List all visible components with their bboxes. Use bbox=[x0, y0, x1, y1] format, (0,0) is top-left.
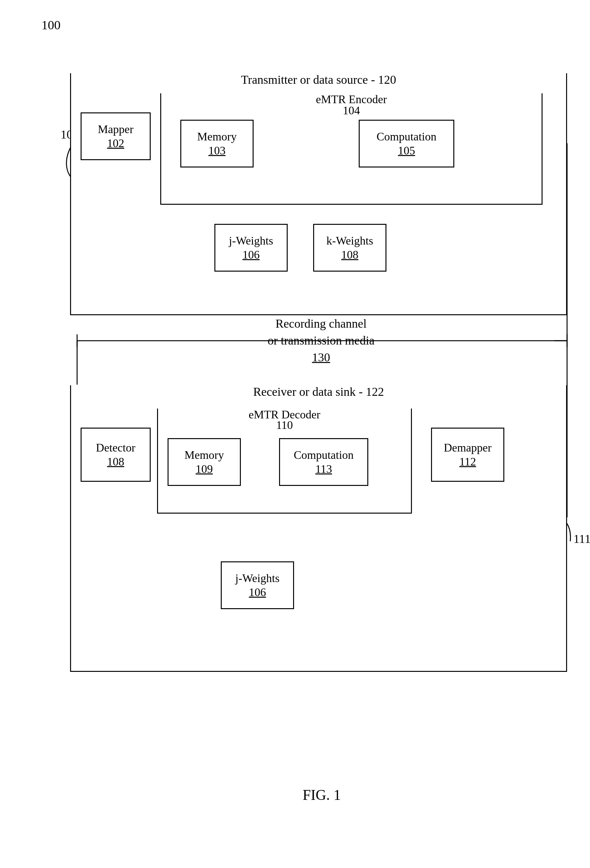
encoder-block: eMTR Encoder 104 Memory 103 Computation … bbox=[160, 93, 543, 205]
figure-label-text: FIG. 1 bbox=[303, 787, 341, 803]
transmitter-label: Transmitter or data source - 120 bbox=[71, 72, 566, 87]
detector-box: Detector 108 bbox=[81, 428, 151, 482]
detector-number: 108 bbox=[107, 455, 124, 468]
receiver-block: Receiver or data sink - 122 Detector 108… bbox=[70, 385, 567, 672]
output-label-text: 111 bbox=[574, 532, 590, 545]
demapper-box: Demapper 112 bbox=[431, 428, 504, 482]
encoder-number: 104 bbox=[161, 104, 541, 117]
output-label-111: 111 bbox=[574, 532, 590, 546]
k-weights-box: k-Weights 108 bbox=[313, 224, 386, 272]
top-label-text: 100 bbox=[41, 18, 61, 32]
decoder-memory-label: Memory bbox=[185, 448, 224, 462]
j-weights-label: j-Weights bbox=[229, 234, 273, 248]
j-weights-box: j-Weights 106 bbox=[214, 224, 288, 272]
receiver-j-weights-label: j-Weights bbox=[235, 571, 279, 585]
encoder-memory-box: Memory 103 bbox=[180, 120, 254, 167]
receiver-j-weights-box: j-Weights 106 bbox=[221, 561, 294, 609]
demapper-label: Demapper bbox=[444, 441, 492, 455]
decoder-computation-label: Computation bbox=[294, 448, 353, 462]
encoder-computation-number: 105 bbox=[398, 144, 415, 157]
channel-line2: or transmission media bbox=[268, 332, 375, 349]
k-weights-number: 108 bbox=[341, 248, 358, 261]
decoder-computation-number: 113 bbox=[315, 462, 332, 476]
decoder-block: eMTR Decoder 110 Memory 109 Computation … bbox=[157, 409, 412, 514]
encoder-memory-label: Memory bbox=[197, 130, 237, 143]
figure-label: FIG. 1 bbox=[303, 787, 341, 803]
receiver-label: Receiver or data sink - 122 bbox=[71, 385, 566, 399]
encoder-computation-label: Computation bbox=[377, 130, 436, 143]
detector-label: Detector bbox=[96, 441, 135, 455]
decoder-memory-number: 109 bbox=[195, 462, 213, 476]
decoder-number: 110 bbox=[158, 418, 411, 432]
channel-number: 130 bbox=[268, 349, 375, 366]
transmitter-label-text: Transmitter or data source - 120 bbox=[241, 73, 396, 86]
channel-label: Recording channel or transmission media … bbox=[268, 315, 375, 366]
diagram-top-label: 100 bbox=[41, 18, 61, 32]
j-weights-number: 106 bbox=[243, 248, 260, 261]
mapper-number: 102 bbox=[107, 137, 124, 150]
encoder-memory-number: 103 bbox=[208, 144, 226, 157]
decoder-memory-box: Memory 109 bbox=[167, 438, 241, 486]
mapper-label: Mapper bbox=[98, 123, 133, 136]
decoder-computation-box: Computation 113 bbox=[279, 438, 368, 486]
k-weights-label: k-Weights bbox=[326, 234, 373, 248]
receiver-j-weights-number: 106 bbox=[249, 586, 266, 599]
channel-line1: Recording channel bbox=[268, 315, 375, 332]
encoder-computation-box: Computation 105 bbox=[359, 120, 454, 167]
demapper-number: 112 bbox=[459, 455, 476, 468]
transmitter-block: Transmitter or data source - 120 Mapper … bbox=[70, 73, 567, 315]
receiver-label-text: Receiver or data sink - 122 bbox=[253, 385, 384, 399]
mapper-box: Mapper 102 bbox=[81, 112, 151, 160]
